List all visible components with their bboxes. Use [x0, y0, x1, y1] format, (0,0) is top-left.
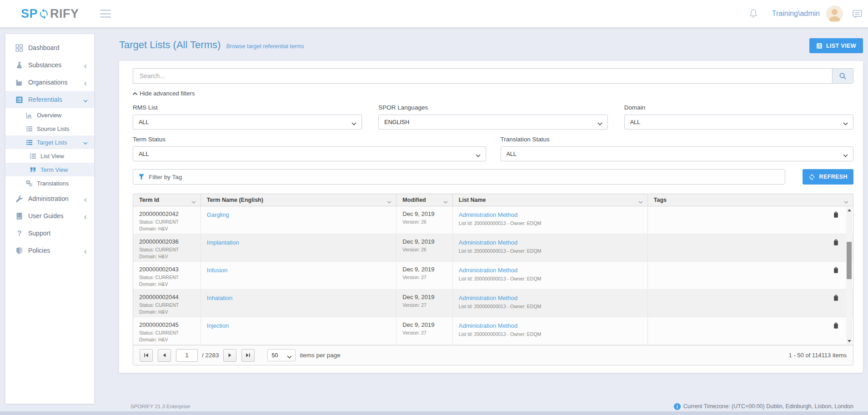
- chevron-down-icon: [287, 355, 292, 359]
- chevron-down-icon: [597, 120, 602, 124]
- list-name-link[interactable]: Administration Method: [459, 211, 517, 218]
- list-info: List Id: 200000000013 - Owner: EDQM: [459, 220, 644, 226]
- sidebar-item-user-guides[interactable]: User Guides: [5, 207, 94, 225]
- sporify-logo[interactable]: SP RIFY: [21, 7, 79, 21]
- term-name-link[interactable]: Inhalation: [207, 295, 232, 301]
- tag-icon[interactable]: [833, 240, 839, 261]
- sidebar-item-label: Dashboard: [28, 44, 60, 51]
- spor-languages-select[interactable]: ENGLISH: [378, 115, 607, 130]
- hide-advanced-filters-toggle[interactable]: Hide advanced filters: [133, 90, 195, 97]
- refresh-icon: [808, 174, 815, 180]
- rms-list-select[interactable]: ALL: [133, 115, 362, 130]
- next-page-button[interactable]: [223, 349, 236, 362]
- top-bar: SP RIFY Training\admin: [0, 0, 868, 27]
- select-value: ALL: [139, 151, 149, 157]
- column-menu-chevron-icon[interactable]: [387, 199, 391, 201]
- first-page-button[interactable]: [140, 349, 153, 362]
- refresh-button[interactable]: REFRESH: [803, 169, 853, 185]
- column-menu-chevron-icon[interactable]: [844, 199, 848, 201]
- column-menu-chevron-icon[interactable]: [443, 199, 448, 201]
- term-name-link[interactable]: Infusion: [207, 267, 228, 274]
- term-name-link[interactable]: Implantation: [207, 239, 239, 246]
- chevron-down-icon: [351, 120, 356, 124]
- term-name-link[interactable]: Injection: [207, 322, 229, 329]
- scrollbar-thumb[interactable]: [847, 242, 852, 279]
- filter-by-tag-input[interactable]: [133, 169, 785, 185]
- sidebar-item-referentials[interactable]: Referentials: [5, 91, 94, 108]
- list-name-link[interactable]: Administration Method: [459, 267, 517, 274]
- sidebar-item-term-view[interactable]: Term View: [5, 163, 94, 176]
- notifications-bell-icon[interactable]: [748, 8, 758, 19]
- sidebar-item-source-lists[interactable]: Source Lists: [5, 122, 94, 135]
- sidebar-item-organisations[interactable]: Organisations: [5, 74, 94, 91]
- sidebar-nav: DashboardSubstancesOrganisationsReferent…: [5, 34, 94, 404]
- tag-icon[interactable]: [833, 295, 839, 317]
- translation-status-select[interactable]: ALL: [501, 146, 854, 161]
- column-header-label: Modified: [402, 197, 426, 203]
- table-scrollbar[interactable]: [846, 207, 852, 344]
- table-row: 200000002042Status: CURRENTDomain: H&VGa…: [133, 206, 853, 234]
- list-view-button[interactable]: LIST VIEW: [809, 38, 863, 53]
- tag-icon[interactable]: [833, 267, 839, 289]
- hamburger-menu-icon[interactable]: [100, 10, 111, 18]
- translate-icon: A*: [26, 180, 33, 187]
- sidebar-item-support[interactable]: ?Support: [5, 225, 94, 242]
- list-name-link[interactable]: Administration Method: [459, 322, 517, 329]
- sidebar-item-overview[interactable]: Overview: [5, 108, 94, 122]
- chevron-left-icon: [83, 63, 88, 67]
- column-header-term-id[interactable]: Term Id: [133, 194, 201, 206]
- page-size-value: 50: [272, 352, 278, 359]
- sidebar-item-target-lists[interactable]: Target Lists: [5, 135, 94, 149]
- sidebar-item-label: Policies: [28, 247, 50, 254]
- page-size-select[interactable]: 50: [267, 349, 296, 361]
- term-id: 200000002044: [139, 294, 197, 300]
- last-page-button[interactable]: [241, 349, 255, 362]
- column-header-tags[interactable]: Tags: [648, 194, 853, 206]
- sidebar-item-list-view[interactable]: List View: [5, 149, 94, 163]
- column-header-term-name-english-[interactable]: Term Name (English): [201, 194, 397, 206]
- sidebar-item-substances[interactable]: Substances: [5, 56, 94, 74]
- scroll-up-arrow-icon[interactable]: [846, 207, 852, 213]
- user-avatar[interactable]: [826, 5, 843, 22]
- search-icon: [839, 72, 847, 80]
- tag-icon[interactable]: [833, 323, 839, 345]
- page-number-input[interactable]: [176, 349, 198, 362]
- username[interactable]: Training\admin: [772, 10, 820, 18]
- column-menu-chevron-icon[interactable]: [191, 199, 196, 201]
- sidebar-item-label: Term View: [40, 166, 68, 173]
- column-header-modified[interactable]: Modified: [396, 194, 452, 206]
- table-body: 200000002042Status: CURRENTDomain: H&VGa…: [133, 206, 853, 345]
- chevron-left-icon: [83, 214, 88, 218]
- list-name-link[interactable]: Administration Method: [459, 239, 517, 246]
- search-button[interactable]: [832, 68, 853, 84]
- list-icon: [26, 125, 33, 132]
- filter-label: RMS List: [133, 104, 362, 111]
- total-pages-label: / 2283: [202, 352, 219, 359]
- search-input[interactable]: [133, 68, 832, 84]
- shield-icon: [15, 247, 23, 255]
- domain-select[interactable]: ALL: [624, 115, 853, 130]
- sidebar-item-label: Organisations: [28, 79, 67, 86]
- sidebar-item-label: Substances: [28, 61, 61, 69]
- sidebar-item-dashboard[interactable]: Dashboard: [5, 39, 94, 56]
- scroll-down-arrow-icon[interactable]: [846, 338, 852, 344]
- table-row: 200000002043Status: CURRENTDomain: H&VIn…: [133, 262, 853, 290]
- tags-cell: [648, 262, 853, 289]
- list-name-link[interactable]: Administration Method: [459, 295, 517, 301]
- select-value: ALL: [507, 151, 517, 157]
- term-status-select[interactable]: ALL: [133, 146, 486, 161]
- chevron-down-icon: [83, 97, 88, 102]
- sidebar-item-policies[interactable]: Policies: [5, 242, 94, 259]
- filter-label: SPOR Languages: [378, 104, 607, 111]
- column-menu-chevron-icon[interactable]: [638, 199, 643, 201]
- term-name-cell: Inhalation: [201, 290, 397, 317]
- term-name-link[interactable]: Gargling: [207, 211, 229, 218]
- sidebar-item-administration[interactable]: Administration: [5, 190, 94, 207]
- feedback-comment-icon[interactable]: [852, 9, 863, 19]
- tag-icon[interactable]: [833, 212, 839, 234]
- svg-text:A: A: [27, 180, 30, 184]
- table-header-row: Term IdTerm Name (English)ModifiedList N…: [133, 194, 853, 206]
- prev-page-button[interactable]: [158, 349, 171, 362]
- column-header-list-name[interactable]: List Name: [453, 194, 648, 206]
- sidebar-item-translations[interactable]: A*Translations: [5, 176, 94, 190]
